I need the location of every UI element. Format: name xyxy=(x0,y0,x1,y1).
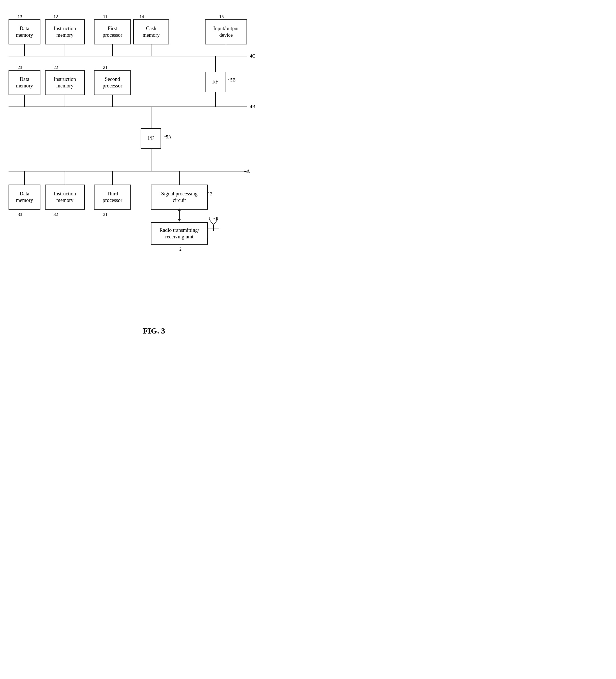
conn-tp xyxy=(112,171,113,185)
conn-dm3 xyxy=(24,171,25,185)
label-1-tilde: ~ xyxy=(213,216,215,221)
label-3: 3 xyxy=(210,191,212,196)
if-5b: I/F xyxy=(205,72,226,92)
label-22: 22 xyxy=(54,65,58,70)
bus-4b xyxy=(8,106,247,107)
label-33: 33 xyxy=(18,212,22,217)
conn-im3 xyxy=(65,171,65,185)
instruction-memory-2: Instruction memory xyxy=(45,70,85,95)
conn-cm xyxy=(151,44,151,56)
first-processor: First processor xyxy=(94,20,131,44)
label-12: 12 xyxy=(54,14,58,20)
arrow-up xyxy=(178,208,181,211)
conn-if5b-top xyxy=(215,56,216,72)
instruction-memory-1: Instruction memory xyxy=(45,20,85,44)
conn-sp xyxy=(112,95,113,106)
label-5b: ~5B xyxy=(228,77,235,83)
label-14: 14 xyxy=(139,14,144,20)
conn-io xyxy=(226,44,226,56)
conn-dm1 xyxy=(24,44,25,56)
bus-4a xyxy=(8,171,247,171)
label-4b: 4B xyxy=(250,104,255,109)
conn-im2 xyxy=(65,95,65,106)
conn-if5a-bus4a xyxy=(151,149,151,171)
conn-dm2 xyxy=(24,95,25,106)
label-15: 15 xyxy=(219,14,224,20)
data-memory-1: Data memory xyxy=(8,20,40,44)
conn-im1 xyxy=(65,44,65,56)
label-4a: 4A xyxy=(244,169,250,174)
label-1: 1 xyxy=(215,217,217,222)
label-13: 13 xyxy=(18,14,22,20)
figure-label: FIG. 3 xyxy=(0,322,308,338)
label-21: 21 xyxy=(103,65,108,70)
third-processor: Third processor xyxy=(94,185,131,209)
bus-4c xyxy=(8,56,247,56)
if-5a: I/F xyxy=(141,128,161,149)
data-memory-2: Data memory xyxy=(8,70,40,95)
label-31: 31 xyxy=(103,212,108,217)
second-processor: Second processor xyxy=(94,70,131,95)
arrow-down xyxy=(178,219,181,222)
radio-unit: Radio transmitting/ receiving unit xyxy=(151,222,208,245)
conn-if5b-bus xyxy=(215,92,216,106)
conn-fp xyxy=(112,44,113,56)
label-3-tilde: ~ xyxy=(207,190,209,195)
conn-spc xyxy=(179,171,180,185)
cash-memory: Cash memory xyxy=(133,20,169,44)
label-2: 2 xyxy=(179,247,182,252)
label-23: 23 xyxy=(18,65,22,70)
io-device: Input/output device xyxy=(205,20,247,44)
diagram: 13 Data memory 12 Instruction memory 11 … xyxy=(0,0,308,322)
label-32: 32 xyxy=(54,212,58,217)
conn-bus4b-if5a xyxy=(151,106,151,128)
label-5a: ~5A xyxy=(163,134,171,139)
label-11: 11 xyxy=(103,14,107,20)
label-4c: 4C xyxy=(250,54,255,59)
signal-processing-circuit: Signal processing circuit xyxy=(151,185,208,209)
instruction-memory-3: Instruction memory xyxy=(45,185,85,209)
data-memory-3: Data memory xyxy=(8,185,40,209)
